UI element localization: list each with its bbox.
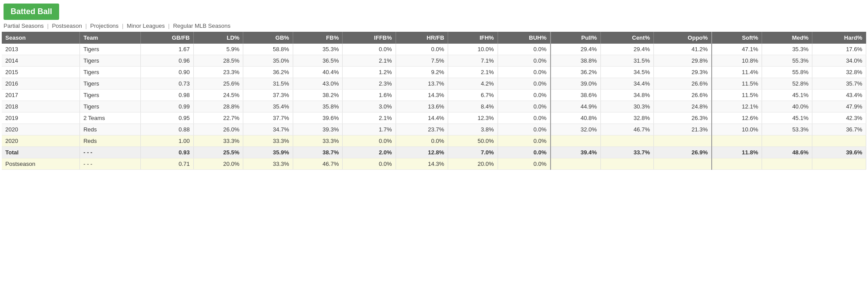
table-row: 2015Tigers0.9023.3%36.2%40.4%1.2%9.2%2.1…	[2, 67, 866, 78]
cell-pull: 39.4%	[551, 147, 601, 158]
cell-cent: 46.7%	[600, 124, 653, 135]
cell-season: Total	[2, 147, 79, 158]
cell-hard: 32.8%	[812, 67, 866, 78]
cell-oppo: 26.6%	[653, 78, 712, 90]
cell-soft: 10.0%	[712, 124, 762, 135]
cell-team: Tigers	[79, 67, 140, 78]
cell-soft: 47.1%	[712, 44, 762, 55]
cell-gbfb: 0.71	[140, 158, 193, 170]
cell-team: Reds	[79, 135, 140, 147]
cell-soft: 12.1%	[712, 101, 762, 112]
batted-ball-table: Season Team GB/FB LD% GB% FB% IFFB% HR/F…	[2, 32, 866, 170]
cell-season: 2014	[2, 55, 79, 67]
nav-minor-leagues[interactable]: Minor Leagues	[127, 22, 165, 29]
cell-hrfb: 13.7%	[396, 78, 448, 90]
cell-hard: 39.6%	[812, 147, 866, 158]
cell-med: 35.3%	[762, 44, 812, 55]
cell-pull: 39.0%	[551, 78, 601, 90]
cell-ifh: 7.0%	[448, 147, 498, 158]
cell-gb: 31.5%	[243, 78, 293, 90]
cell-buh: 0.0%	[498, 158, 551, 170]
cell-gb: 35.0%	[243, 55, 293, 67]
nav-partial-seasons[interactable]: Partial Seasons	[4, 22, 44, 29]
cell-gb: 37.7%	[243, 112, 293, 124]
cell-soft: 11.5%	[712, 90, 762, 101]
cell-ld: 24.5%	[193, 90, 243, 101]
col-ifh: IFH%	[448, 32, 498, 44]
nav-projections[interactable]: Projections	[90, 22, 118, 29]
cell-iffb: 2.1%	[343, 55, 396, 67]
cell-fb: 39.6%	[293, 112, 343, 124]
nav-bar: Partial Seasons | Postseason | Projectio…	[4, 22, 864, 29]
cell-ifh: 12.3%	[448, 112, 498, 124]
cell-team: - - -	[79, 158, 140, 170]
cell-hard	[812, 135, 866, 147]
cell-ld: 28.8%	[193, 101, 243, 112]
cell-season: 2020	[2, 124, 79, 135]
cell-oppo	[653, 158, 712, 170]
cell-hrfb: 14.3%	[396, 158, 448, 170]
cell-ifh: 2.1%	[448, 67, 498, 78]
cell-buh: 0.0%	[498, 112, 551, 124]
cell-team: Tigers	[79, 55, 140, 67]
cell-buh: 0.0%	[498, 78, 551, 90]
cell-ld: 20.0%	[193, 158, 243, 170]
cell-oppo	[653, 135, 712, 147]
nav-postseason[interactable]: Postseason	[52, 22, 82, 29]
cell-ld: 23.3%	[193, 67, 243, 78]
cell-cent	[600, 158, 653, 170]
nav-regular-mlb[interactable]: Regular MLB Seasons	[173, 22, 230, 29]
title-bar: Batted Ball	[4, 4, 59, 20]
cell-iffb: 2.0%	[343, 147, 396, 158]
cell-soft: 11.5%	[712, 78, 762, 90]
cell-ifh: 4.2%	[448, 78, 498, 90]
cell-fb: 35.3%	[293, 44, 343, 55]
cell-med: 48.6%	[762, 147, 812, 158]
table-row: Postseason- - -0.7120.0%33.3%46.7%0.0%14…	[2, 158, 866, 170]
table-header-row: Season Team GB/FB LD% GB% FB% IFFB% HR/F…	[2, 32, 866, 44]
cell-season: 2013	[2, 44, 79, 55]
cell-cent: 29.4%	[600, 44, 653, 55]
cell-gbfb: 0.90	[140, 67, 193, 78]
cell-hrfb: 0.0%	[396, 44, 448, 55]
cell-gbfb: 0.96	[140, 55, 193, 67]
col-soft: Soft%	[712, 32, 762, 44]
cell-gb: 34.7%	[243, 124, 293, 135]
table-row: 2020Reds1.0033.3%33.3%33.3%0.0%0.0%50.0%…	[2, 135, 866, 147]
cell-ld: 25.6%	[193, 78, 243, 90]
cell-team: Tigers	[79, 101, 140, 112]
cell-gb: 33.3%	[243, 135, 293, 147]
cell-iffb: 0.0%	[343, 158, 396, 170]
cell-team: Tigers	[79, 90, 140, 101]
cell-cent: 33.7%	[600, 147, 653, 158]
table-row: 20192 Teams0.9522.7%37.7%39.6%2.1%14.4%1…	[2, 112, 866, 124]
cell-fb: 38.7%	[293, 147, 343, 158]
cell-fb: 33.3%	[293, 135, 343, 147]
cell-cent: 32.8%	[600, 112, 653, 124]
cell-gbfb: 0.99	[140, 101, 193, 112]
cell-med: 52.8%	[762, 78, 812, 90]
cell-hrfb: 7.5%	[396, 55, 448, 67]
cell-ifh: 6.7%	[448, 90, 498, 101]
cell-ld: 28.5%	[193, 55, 243, 67]
cell-iffb: 3.0%	[343, 101, 396, 112]
cell-hrfb: 12.8%	[396, 147, 448, 158]
col-season: Season	[2, 32, 79, 44]
cell-med	[762, 135, 812, 147]
cell-buh: 0.0%	[498, 44, 551, 55]
col-pull: Pull%	[551, 32, 601, 44]
cell-hard: 34.0%	[812, 55, 866, 67]
cell-hrfb: 14.3%	[396, 90, 448, 101]
cell-ld: 22.7%	[193, 112, 243, 124]
cell-season: 2016	[2, 78, 79, 90]
cell-hard: 47.9%	[812, 101, 866, 112]
cell-team: Reds	[79, 124, 140, 135]
cell-hrfb: 23.7%	[396, 124, 448, 135]
cell-pull: 38.6%	[551, 90, 601, 101]
cell-team: Tigers	[79, 78, 140, 90]
cell-soft	[712, 135, 762, 147]
cell-buh: 0.0%	[498, 55, 551, 67]
cell-cent: 34.8%	[600, 90, 653, 101]
cell-gbfb: 0.88	[140, 124, 193, 135]
cell-gbfb: 0.73	[140, 78, 193, 90]
